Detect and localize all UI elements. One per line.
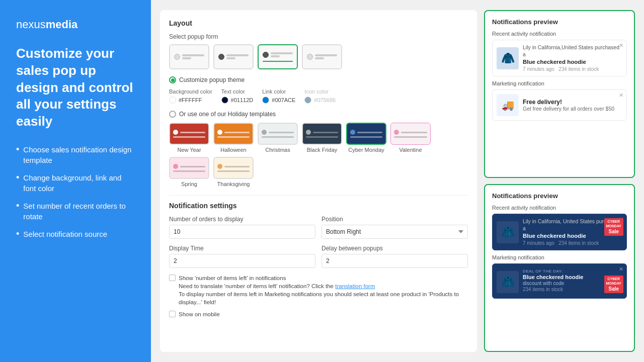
right-panels: Notifications preview Recent activity no…: [484, 10, 635, 352]
activity-meta-dark: 7 minutes ago 234 items in stock: [523, 240, 622, 246]
orders-field-group: Number of orders to display: [169, 216, 315, 239]
popup-form-2[interactable]: [213, 44, 254, 69]
display-time-input[interactable]: [169, 254, 315, 268]
bg-color-text: #FFFFFF: [179, 97, 202, 103]
cyber-badge-marketing: CYBERMONDAYSale: [604, 276, 623, 293]
marketing-label-light: Marketing notification: [492, 80, 627, 86]
templates-grid: New Year Halloween: [169, 123, 468, 187]
activity-text-light: Lily in California,United States purchas…: [523, 44, 622, 58]
marketing-card-dark: ✕ 🧥 DEAL OF THE DAY: Blue checkered hood…: [492, 263, 627, 299]
stock-dark: 234 items in stock: [558, 240, 599, 246]
template-newyear[interactable]: New Year: [169, 123, 209, 153]
orders-input[interactable]: [169, 225, 315, 239]
display-time-field-group: Display Time: [169, 245, 315, 268]
template-thumb-spring: [169, 157, 209, 179]
preview-panel-light: Notifications preview Recent activity no…: [484, 10, 635, 178]
popup-form-1[interactable]: [169, 44, 209, 69]
text-color-swatch: [221, 97, 228, 104]
position-field-group: Position Bottom Left Bottom Right Top Le…: [321, 216, 468, 239]
activity-content-light: Lily in California,United States purchas…: [523, 44, 622, 72]
popup-form-3[interactable]: [258, 44, 298, 69]
template-blackfriday[interactable]: Black Friday: [302, 123, 342, 153]
marketing-close-light[interactable]: ✕: [619, 92, 623, 99]
color-options-row: Background color #FFFFFF Text color #011…: [169, 88, 468, 104]
delivery-icon-light: 🚚: [497, 94, 519, 116]
template-thumb-blackfriday: [302, 123, 342, 145]
bg-color-value-row[interactable]: #FFFFFF: [169, 97, 212, 104]
delivery-title-light: Free delivery!: [523, 99, 622, 106]
text-color-text: #01112D: [231, 97, 254, 103]
delay-label: Delay between popups: [321, 245, 468, 252]
cyber-badge-activity: CYBERMONDAYSale: [604, 218, 623, 236]
select-popup-label: Select popup form: [169, 33, 468, 40]
time-ago-dark: 7 minutes ago: [523, 240, 554, 246]
icon-color-text: #075686: [314, 97, 336, 103]
delivery-sub-light: Get free delivery for all orders over $5…: [523, 106, 622, 112]
link-color-item: Link color #007ACE: [262, 88, 295, 104]
template-thumb-cybermonday: [346, 123, 386, 145]
tagline: Customize your sales pop up design and c…: [16, 45, 135, 130]
center-panel: Layout Select popup form: [160, 10, 477, 352]
bullet-item: Choose sales notification design templat…: [16, 144, 135, 165]
left-panel: nexusmedia Customize your sales pop up d…: [0, 0, 151, 362]
divider: [169, 195, 468, 196]
template-name-spring: Spring: [181, 181, 197, 187]
bg-color-label: Background color: [169, 88, 212, 95]
marketing-image-dark: 🧥: [497, 271, 519, 293]
marketing-label-dark: Marketing notification: [492, 254, 627, 260]
logo: nexusmedia: [16, 18, 135, 31]
logo-prefix: nexus: [16, 18, 46, 31]
popup-forms-row: [169, 44, 468, 69]
items-left-checkbox[interactable]: [169, 275, 176, 281]
bullet-item: Change background, link and font color: [16, 172, 135, 194]
popup-form-4[interactable]: [302, 44, 342, 69]
show-mobile-checkbox[interactable]: [169, 311, 176, 317]
template-thumb-newyear: [169, 123, 209, 145]
template-name-halloween: Halloween: [220, 147, 246, 153]
template-thumb-thanksgiving: [213, 157, 254, 179]
activity-label-light: Recent activity notification: [492, 31, 627, 37]
bullet-item: Set number of recent orders to rotate: [16, 201, 135, 222]
template-cybermonday[interactable]: Cyber Monday: [346, 123, 386, 153]
template-halloween[interactable]: Halloween: [213, 123, 254, 153]
customize-theme-label: Customize popup theme: [179, 76, 245, 83]
activity-card-light: ✕ 🧥 Lily in California,United States pur…: [492, 40, 627, 76]
activity-image-light: 🧥: [497, 47, 519, 69]
template-christmas[interactable]: Christmas: [258, 123, 298, 153]
bg-color-item: Background color #FFFFFF: [169, 88, 212, 104]
customize-theme-radio[interactable]: Customize popup theme: [169, 76, 468, 83]
items-left-label: Show 'number of items left' in notificat…: [179, 275, 286, 281]
show-mobile-label: Show on mobile: [179, 310, 220, 318]
text-color-label: Text color: [221, 88, 254, 95]
delay-input[interactable]: [321, 254, 468, 268]
text-color-item: Text color #01112D: [221, 88, 254, 104]
template-valentine[interactable]: Valentine: [390, 123, 431, 153]
template-name-valentine: Valentine: [399, 147, 422, 153]
link-color-text: #007ACE: [272, 97, 295, 103]
template-thumb-valentine: [390, 123, 431, 145]
marketing-close-dark[interactable]: ✕: [619, 266, 623, 273]
holiday-templates-radio[interactable]: Or use one of our Holiday templates: [169, 111, 468, 118]
items-left-note2: To display number of items left in Marke…: [179, 291, 459, 305]
activity-label-dark: Recent activity notification: [492, 205, 627, 211]
position-select[interactable]: Bottom Left Bottom Right Top Left Top Ri…: [321, 225, 468, 239]
holiday-templates-label: Or use one of our Holiday templates: [179, 111, 276, 118]
customize-theme-radio-indicator: [169, 76, 176, 83]
template-name-blackfriday: Black Friday: [307, 147, 338, 153]
preview-panel-dark: Notifications preview Recent activity no…: [484, 184, 635, 352]
holiday-templates-radio-indicator: [169, 111, 176, 118]
translation-link[interactable]: translation form: [335, 283, 375, 289]
position-label: Position: [321, 216, 468, 223]
activity-close-light[interactable]: ✕: [619, 42, 623, 49]
bullet-item: Select notification source: [16, 229, 135, 240]
template-thumb-halloween: [213, 123, 254, 145]
show-mobile-checkbox-row: Show on mobile: [169, 310, 468, 318]
display-time-label: Display Time: [169, 245, 315, 252]
template-thanksgiving[interactable]: Thanksgiving: [213, 157, 254, 187]
activity-card-dark: ✕ 🧥 Lily in California, United States pu…: [492, 214, 627, 250]
layout-title: Layout: [169, 19, 468, 27]
link-color-label: Link color: [262, 88, 295, 95]
template-spring[interactable]: Spring: [169, 157, 209, 187]
marketing-card-light: ✕ 🚚 Free delivery! Get free delivery for…: [492, 89, 627, 121]
orders-label: Number of orders to display: [169, 216, 315, 223]
